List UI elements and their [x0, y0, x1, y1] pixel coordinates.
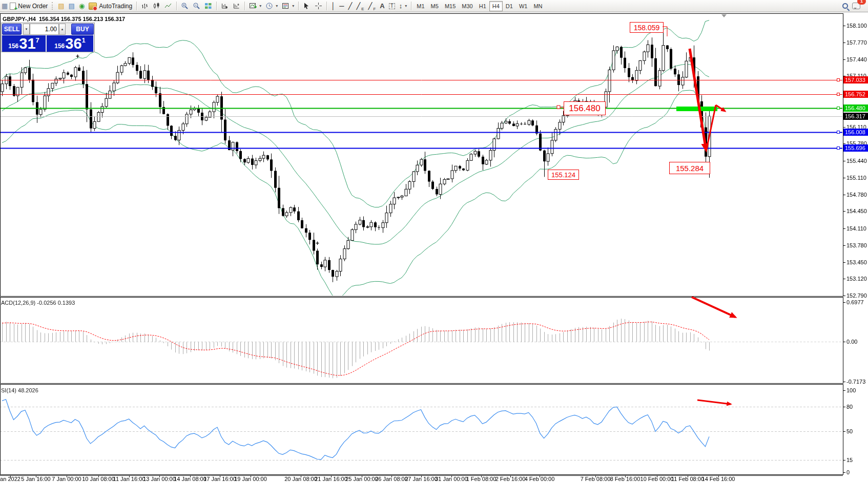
sell-price-base: 156: [8, 43, 18, 50]
dropdown-icon: ▾: [405, 4, 407, 8]
text-icon: A: [380, 3, 384, 9]
notifications-button[interactable]: 1: [850, 1, 862, 11]
chart-shift-button[interactable]: [231, 1, 242, 11]
mt4-window: ▦ + New Order ▤ ▤ ◉ AutoTrading: [0, 0, 868, 482]
signals-icon: ◉: [79, 3, 85, 9]
annotation-price-box[interactable]: 156.480: [564, 101, 606, 115]
auto-scroll-button[interactable]: [219, 1, 231, 11]
editor-icon: ▤: [69, 3, 75, 9]
time-axis-label: 4 Feb 00:00: [525, 476, 555, 482]
timeframe-h4[interactable]: H4: [489, 1, 503, 11]
sell-button[interactable]: SELL: [2, 24, 22, 35]
toolbar-grip: [52, 2, 54, 10]
buy-price-main: 36: [65, 36, 81, 52]
vline-icon: │: [331, 3, 335, 9]
time-axis-label: 11 Jan 16:00: [113, 476, 146, 482]
price-axis-tick: 152.790: [846, 292, 867, 299]
price-level-label: 156.752: [843, 91, 868, 98]
timeframe-mn[interactable]: MN: [530, 1, 545, 11]
price-axis-tick: 158.100: [846, 23, 867, 29]
time-axis-label: 26 Jan 08:00: [375, 476, 408, 482]
time-axis-label: 20 Jan 08:00: [284, 476, 317, 482]
volume-increase-button[interactable]: ▲: [59, 24, 66, 35]
timeframe-m5[interactable]: M5: [428, 1, 442, 11]
annotation-price-box[interactable]: 158.059: [630, 22, 664, 33]
signals-button[interactable]: ◉: [77, 1, 87, 11]
search-icon: [842, 3, 848, 9]
search-button[interactable]: [840, 1, 850, 11]
arrows-icon: ↕: [399, 3, 403, 9]
crosshair-tool-button[interactable]: [313, 1, 324, 11]
templates-button[interactable]: ▾: [280, 1, 296, 11]
timeframe-m15[interactable]: M15: [442, 1, 459, 11]
metaeditor-button[interactable]: ▤: [67, 1, 77, 11]
indicators-button[interactable]: ▾: [247, 1, 263, 11]
buy-price-base: 156: [54, 43, 65, 50]
macd-scale-label: 0.00: [846, 339, 857, 345]
timeframe-w1[interactable]: W1: [516, 1, 531, 11]
volume-decrease-button[interactable]: ▼: [23, 24, 30, 35]
crosshair-icon: [315, 2, 322, 10]
time-axis-label: 14 Feb 16:00: [702, 476, 735, 482]
timeframe-m30[interactable]: M30: [459, 1, 476, 11]
price-axis-tick: 154.450: [846, 208, 867, 214]
sell-price-tile[interactable]: 156 31 7: [2, 35, 46, 52]
buy-price-tile[interactable]: 156 36 1: [47, 35, 93, 52]
tile-windows-button[interactable]: [202, 1, 214, 11]
dropdown-icon: ▾: [292, 4, 294, 8]
time-axis-label: 13 Jan 00:00: [143, 476, 176, 482]
candlestick-mode-button[interactable]: [151, 1, 162, 11]
highlight-rectangle[interactable]: [676, 107, 717, 111]
timeframe-d1[interactable]: D1: [503, 1, 516, 11]
autotrading-button[interactable]: AutoTrading: [87, 1, 134, 11]
rsi-scale-label: 50: [846, 428, 853, 434]
cursor-tool-button[interactable]: [301, 1, 313, 11]
buy-button[interactable]: BUY: [71, 24, 94, 35]
rsi-label: SI(14) 48.2026: [1, 387, 38, 393]
timeframe-m1[interactable]: M1: [414, 1, 427, 11]
toolbar-separator: [244, 2, 245, 10]
price-axis-tick: 153.120: [846, 276, 867, 282]
time-axis-label: 19 Jan 00:00: [234, 476, 267, 482]
text-tool[interactable]: A: [378, 1, 386, 11]
toolbar-separator: [216, 2, 217, 10]
bar-chart-mode-button[interactable]: [139, 1, 151, 11]
price-chart-canvas[interactable]: [0, 0, 868, 482]
time-axis-label: 2 Feb 16:00: [495, 476, 526, 482]
new-order-button[interactable]: + New Order: [8, 1, 50, 11]
horizontal-line-tool[interactable]: ─: [337, 1, 346, 11]
zoom-out-icon: [193, 2, 200, 10]
text-label-tool[interactable]: T: [387, 1, 397, 11]
trendline-tool[interactable]: ╱: [346, 1, 355, 11]
cursor-icon: [303, 2, 311, 10]
fibonacci-icon: ╱: [368, 3, 373, 9]
annotation-price-box[interactable]: 155.124: [548, 170, 579, 180]
channel-tool[interactable]: ╱E: [354, 1, 366, 11]
account-history-button[interactable]: ▤: [56, 1, 66, 11]
fibonacci-tool[interactable]: ╱F: [366, 1, 378, 11]
volume-input[interactable]: [30, 24, 59, 35]
rsi-scale-label: 15: [846, 457, 853, 463]
periods-button[interactable]: ▾: [263, 1, 280, 11]
zoom-out-button[interactable]: [191, 1, 202, 11]
zoom-in-icon: [181, 2, 189, 10]
channel-letter: E: [361, 7, 364, 11]
macd-scale-label: -0.7173: [846, 379, 865, 385]
timeframe-h1[interactable]: H1: [476, 1, 489, 11]
vertical-line-tool[interactable]: │: [329, 1, 337, 11]
price-level-label: 157.033: [843, 76, 868, 83]
time-axis-label: 31 Jan 00:00: [435, 476, 468, 482]
zoom-in-button[interactable]: [179, 1, 191, 11]
annotation-price-box[interactable]: 155.284: [669, 162, 710, 174]
text-label-icon: T: [389, 3, 395, 9]
time-axis-label: 25 Jan 00:00: [345, 476, 378, 482]
window-icon: ▦: [2, 3, 8, 9]
line-chart-mode-button[interactable]: [162, 1, 174, 11]
price-axis-tick: 153.450: [846, 259, 867, 265]
arrows-tool[interactable]: ↕▾: [397, 1, 409, 11]
autotrading-label: AutoTrading: [99, 3, 132, 10]
rsi-scale-label: 100: [846, 387, 856, 393]
notification-badge: 1: [857, 0, 866, 5]
price-axis-tick: 154.110: [846, 225, 866, 232]
new-order-label: New Order: [18, 3, 48, 10]
